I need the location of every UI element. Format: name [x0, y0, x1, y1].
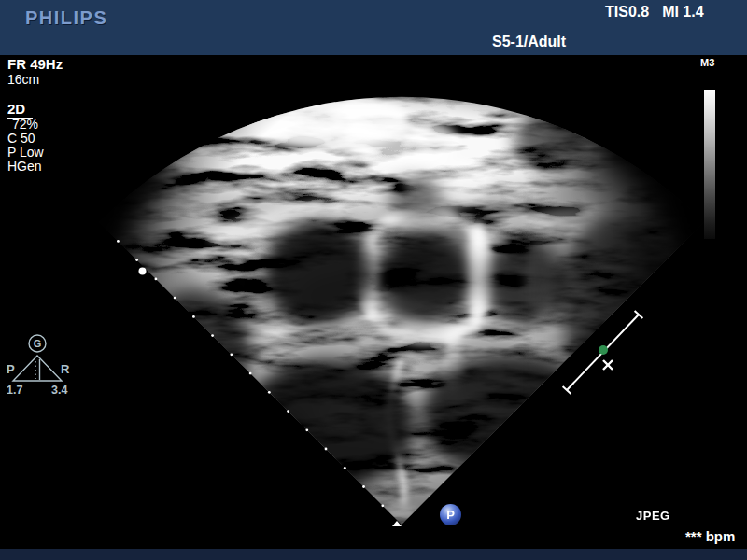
header-bar: PHILIPS TIS0.8 MI 1.4 S5-1/Adult	[0, 0, 747, 55]
tis-readout: TIS0.8	[605, 4, 649, 21]
physio-left-label: P	[7, 362, 15, 376]
power-readout: P Low	[7, 145, 44, 160]
compress-readout: C 50	[7, 131, 35, 146]
gain-letter: G	[34, 338, 42, 349]
ultrasound-sector-image[interactable]	[0, 0, 747, 560]
physio-right-value: 3.4	[51, 384, 67, 397]
frame-rate-readout: FR 49Hz	[7, 56, 63, 72]
philips-logo: PHILIPS	[25, 7, 107, 29]
heart-rate-readout: *** bpm	[685, 528, 735, 544]
bottom-strip	[0, 549, 747, 560]
image-format-label: JPEG	[636, 509, 670, 523]
probe-preset-label: S5-1/Adult	[492, 34, 566, 50]
caliper-cursor-icon[interactable]	[603, 360, 613, 370]
sector-speckle-region	[0, 0, 747, 560]
mechanical-index-readouts: TIS0.8 MI 1.4	[605, 4, 704, 21]
depth-readout: 16cm	[7, 72, 39, 87]
harmonics-readout: HGen	[7, 159, 42, 174]
caliper-midpoint-dot[interactable]	[599, 345, 608, 355]
mi-readout: MI 1.4	[662, 4, 703, 21]
focus-marker-dot	[139, 268, 147, 275]
tgc-triangle-icon	[13, 356, 62, 381]
physio-left-value: 1.7	[7, 384, 22, 397]
gray-map-label: M3	[700, 57, 714, 68]
grayscale-bar	[704, 90, 715, 239]
physio-right-label: R	[61, 362, 70, 376]
physio-tgc-icon: G P R 1.7 3.4	[0, 317, 84, 401]
pointer-marker-badge[interactable]: P	[440, 504, 461, 525]
ultrasound-screen: PHILIPS TIS0.8 MI 1.4 S5-1/Adult FR 49Hz…	[0, 0, 747, 560]
gain-readout: 72%	[12, 117, 38, 132]
